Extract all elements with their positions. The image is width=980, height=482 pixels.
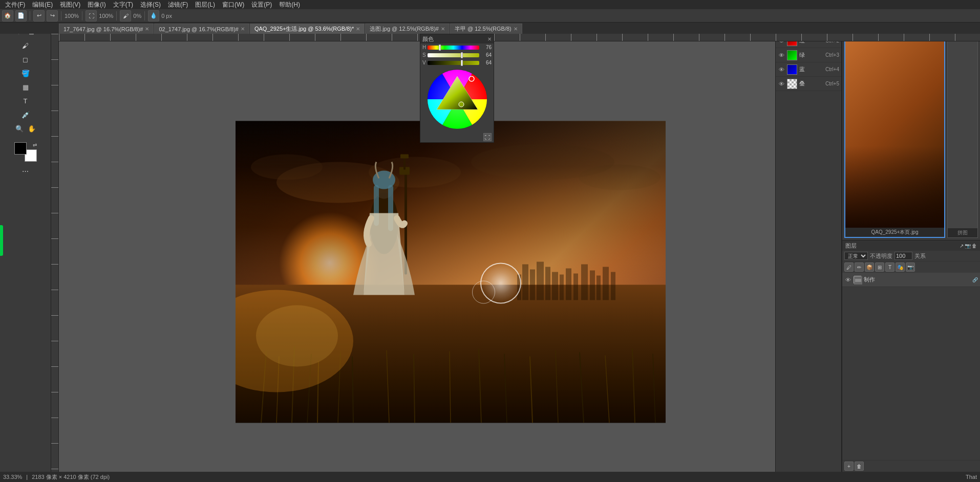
hue-track[interactable] — [428, 46, 479, 50]
tool-flow[interactable]: 💧 — [148, 10, 159, 21]
svg-point-50 — [256, 305, 338, 366]
tab-4[interactable]: 半甲 @ 12.5%(RGB/8) ✕ — [450, 24, 522, 34]
tool-brush[interactable]: 🖌 — [20, 40, 31, 51]
tool-new[interactable]: 📄 — [15, 10, 27, 21]
menu-file[interactable]: 文件(F) — [2, 0, 28, 10]
channel-alpha-shortcut: Ctrl+5 — [825, 81, 839, 86]
tool-gradient[interactable]: ▦ — [20, 81, 31, 93]
color-wheel-container[interactable] — [420, 67, 494, 132]
svg-line-11 — [307, 354, 311, 423]
tool-brush-settings[interactable]: 🖌 — [120, 10, 131, 21]
tab-close-4[interactable]: ✕ — [514, 26, 518, 32]
menu-window[interactable]: 窗口(W) — [219, 0, 247, 10]
svg-line-14 — [352, 356, 353, 423]
layers-title: 图层 — [845, 242, 857, 250]
layer-delete-btn[interactable]: 🗑 — [855, 462, 864, 471]
tab-2[interactable]: QAQ_2925+生活.jpg @ 53.6%(RGB/8)* ✕ — [250, 24, 365, 34]
layer-tool-3[interactable]: 📦 — [865, 262, 874, 272]
svg-line-18 — [479, 348, 481, 423]
tool-full[interactable]: ⛶ — [86, 10, 97, 21]
channel-green-shortcut: Ctrl+3 — [825, 52, 839, 58]
menu-settings[interactable]: 设置(P) — [248, 0, 275, 10]
layer-tool-5[interactable]: T — [885, 262, 894, 272]
val-value: 64 — [480, 60, 492, 65]
channel-alpha[interactable]: 👁 叠 Ctrl+5 — [776, 77, 841, 91]
menu-text[interactable]: 文字(T) — [110, 0, 136, 10]
file-thumb-inactive[interactable]: 拼图 — [947, 21, 978, 238]
tool-fill[interactable]: 🪣 — [20, 68, 31, 79]
tool-zoom[interactable]: 🔍 — [14, 123, 25, 134]
sat-track[interactable] — [428, 53, 479, 57]
layer-tool-2[interactable]: ✏ — [855, 262, 864, 272]
menu-select[interactable]: 选择(S) — [137, 0, 164, 10]
channel-green-label: 绿 — [799, 51, 823, 59]
tab-close-3[interactable]: ✕ — [441, 26, 445, 32]
hue-value: 76 — [480, 45, 492, 50]
middle-panel: 颜色 ↗ 📷 🗑 👁 RGB Ctrl+1 👁 红 Ctrl+2 👁 绿 Ctr… — [775, 9, 842, 472]
tool-eyedropper[interactable]: 💉 — [20, 109, 31, 120]
tab-0[interactable]: 17_7647.jpg @ 16.7%(RGB/8)# ✕ — [59, 24, 154, 34]
layer-add-btn[interactable]: + — [844, 462, 854, 471]
sun-glow — [279, 211, 381, 314]
val-track[interactable] — [428, 61, 479, 65]
val-label: V — [422, 60, 427, 65]
menu-filter[interactable]: 滤镜(F) — [165, 0, 191, 10]
menu-edit[interactable]: 编辑(E) — [29, 0, 56, 10]
tab-1[interactable]: 02_1747.jpg @ 16.7%(RGB/8)# ✕ — [154, 24, 249, 34]
blend-mode-select[interactable]: 正常 — [844, 252, 868, 260]
menu-help[interactable]: 帮助(H) — [276, 0, 303, 10]
layer-tool-1[interactable]: 🖊 — [844, 262, 854, 272]
color-expand-btn[interactable]: ⛶ — [483, 133, 492, 141]
opacity-input[interactable] — [894, 252, 912, 260]
menu-view[interactable]: 视图(V) — [57, 0, 83, 10]
main-canvas — [236, 121, 666, 423]
tool-redo[interactable]: ↪ — [47, 10, 58, 21]
menu-bar: 文件(F) 编辑(E) 视图(V) 图像(I) 文字(T) 选择(S) 滤镜(F… — [0, 0, 980, 9]
file-thumb-label-2: 拼图 — [956, 228, 969, 237]
layers-icon-1[interactable]: ↗ — [960, 243, 964, 249]
swap-colors-btn[interactable]: ⇄ — [33, 142, 37, 148]
foreground-color-swatch[interactable] — [14, 142, 27, 155]
tool-options[interactable]: ⋯ — [20, 165, 31, 177]
tool-text[interactable]: T — [20, 95, 31, 106]
eye-blue[interactable]: 👁 — [778, 67, 785, 73]
file-thumb-active[interactable]: QAQ_2925+本页.jpg — [844, 21, 945, 238]
layer-item-group[interactable]: 👁 制作 🔗 — [842, 273, 980, 287]
brush-cursor-inner — [472, 281, 495, 304]
layers-icon-2[interactable]: 📷 — [965, 243, 971, 249]
opacity-label: 100% — [99, 13, 113, 19]
layer-eye-group[interactable]: 👁 — [844, 277, 851, 283]
left-tool-panel: ⬜ ✛ ⟳ ⊞ 🖌 ◻ 🪣 ▦ T 💉 🔍 ✋ — [0, 9, 51, 472]
eye-alpha[interactable]: 👁 — [778, 81, 785, 87]
layers-right-panel: 文档预览 ↗ 📷 🗑 QAQ_2925+本页.jpg 拼图 — [842, 9, 980, 472]
channel-blue[interactable]: 👁 蓝 Ctrl+4 — [776, 62, 841, 77]
tab-3[interactable]: 选图.jpg @ 12.5%(RGB/8)# ✕ — [365, 24, 450, 34]
toolbar-sep-2 — [61, 11, 61, 20]
tab-close-1[interactable]: ✕ — [241, 26, 245, 32]
layers-header[interactable]: 图层 ↗ 📷 🗑 — [842, 240, 980, 251]
layer-tool-4[interactable]: ⊞ — [875, 262, 884, 272]
color-wheel-svg[interactable] — [427, 69, 488, 130]
status-bar: 33.33% | 2183 像素 × 4210 像素 (72 dpi) That — [0, 472, 980, 482]
menu-image[interactable]: 图像(I) — [84, 0, 109, 10]
tab-close-2[interactable]: ✕ — [356, 26, 360, 32]
layer-tool-7[interactable]: 📷 — [906, 262, 915, 272]
channel-green[interactable]: 👁 绿 Ctrl+3 — [776, 48, 841, 62]
color-panel-close[interactable]: ✕ — [487, 36, 492, 42]
tool-hand[interactable]: ✋ — [26, 123, 37, 134]
tab-close-0[interactable]: ✕ — [145, 26, 149, 32]
channel-blue-shortcut: Ctrl+4 — [825, 67, 839, 72]
layer-icon-link[interactable]: 🔗 — [972, 277, 978, 282]
tool-undo[interactable]: ↩ — [33, 10, 45, 21]
layers-sub-panel: 图层 ↗ 📷 🗑 正常 不透明度 关系 🖊 ✏ 📦 ⊞ T 🎭 📷 — [842, 240, 980, 472]
layer-tool-6[interactable]: 🎭 — [896, 262, 905, 272]
layers-icon-3[interactable]: 🗑 — [972, 243, 977, 249]
eye-green[interactable]: 👁 — [778, 52, 785, 58]
tool-eraser[interactable]: ◻ — [20, 54, 31, 65]
layer-group-label: 制作 — [864, 276, 970, 283]
tool-home[interactable]: 🏠 — [2, 10, 13, 21]
toolbar-sep-4 — [116, 11, 117, 20]
color-panel-header[interactable]: 颜色 ✕ — [420, 34, 494, 43]
menu-layer[interactable]: 图层(L) — [192, 0, 218, 10]
left-tab[interactable] — [0, 225, 3, 256]
